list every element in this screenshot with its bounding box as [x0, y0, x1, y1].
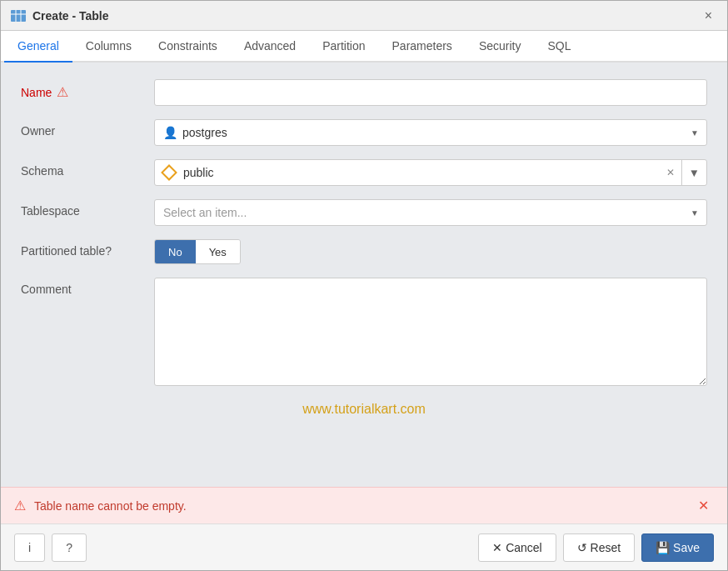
tablespace-control-wrap: Select an item... ▼ — [154, 199, 707, 226]
owner-select-wrap: 👤 postgres ▼ — [154, 119, 707, 146]
tab-general[interactable]: General — [4, 31, 72, 63]
partitioned-row: Partitioned table? No Yes — [21, 239, 707, 264]
owner-control-wrap: 👤 postgres ▼ — [154, 119, 707, 146]
title-bar: Create - Table × — [1, 1, 727, 31]
tab-sql[interactable]: SQL — [534, 31, 584, 63]
save-button[interactable]: 💾 Save — [641, 533, 714, 562]
error-bar-left: ⚠ Table name cannot be empty. — [14, 498, 187, 513]
tablespace-select-wrap: Select an item... ▼ — [154, 199, 707, 226]
error-message: Table name cannot be empty. — [34, 499, 187, 513]
partitioned-label: Partitioned table? — [21, 239, 154, 258]
title-bar-left: Create - Table — [11, 9, 109, 23]
form-content: Name ⚠ Owner 👤 postgres ▼ Sch — [1, 63, 727, 487]
name-required-icon: ⚠ — [57, 84, 68, 100]
schema-clear-button[interactable]: ✕ — [660, 167, 681, 178]
error-triangle-icon: ⚠ — [14, 498, 26, 513]
svg-rect-0 — [11, 10, 26, 22]
close-button[interactable]: × — [700, 8, 717, 24]
name-row: Name ⚠ — [21, 79, 707, 106]
error-close-button[interactable]: ✕ — [693, 496, 714, 515]
schema-value: public — [155, 166, 660, 179]
watermark: www.tutorialkart.com — [21, 402, 707, 417]
reset-button[interactable]: ↺ Reset — [563, 533, 635, 562]
name-input-wrap — [154, 79, 707, 106]
owner-select[interactable]: 👤 postgres — [154, 119, 707, 146]
error-bar: ⚠ Table name cannot be empty. ✕ — [1, 487, 727, 523]
owner-user-icon: 👤 — [163, 126, 177, 139]
schema-select[interactable]: public ✕ ▼ — [154, 159, 707, 186]
partitioned-toggle-wrap: No Yes — [154, 239, 707, 264]
tab-columns[interactable]: Columns — [72, 31, 145, 63]
create-table-dialog: Create - Table × General Columns Constra… — [0, 0, 728, 571]
partitioned-toggle[interactable]: No Yes — [154, 239, 241, 264]
schema-diamond-icon — [161, 164, 177, 181]
tab-parameters[interactable]: Parameters — [379, 31, 466, 63]
comment-control-wrap — [154, 278, 707, 388]
info-button[interactable]: i — [14, 533, 45, 562]
schema-dropdown-button[interactable]: ▼ — [681, 160, 706, 185]
schema-control-wrap: public ✕ ▼ — [154, 159, 707, 186]
comment-textarea[interactable] — [154, 278, 707, 386]
tab-constraints[interactable]: Constraints — [145, 31, 231, 63]
toggle-yes[interactable]: Yes — [196, 240, 240, 263]
tab-advanced[interactable]: Advanced — [231, 31, 309, 63]
footer: i ? ✕ Cancel ↺ Reset 💾 Save — [1, 523, 727, 570]
name-input[interactable] — [154, 79, 707, 106]
help-button[interactable]: ? — [52, 533, 87, 562]
footer-left: i ? — [14, 533, 87, 562]
footer-right: ✕ Cancel ↺ Reset 💾 Save — [478, 533, 714, 562]
schema-label: Schema — [21, 159, 154, 178]
tablespace-row: Tablespace Select an item... ▼ — [21, 199, 707, 226]
tablespace-select[interactable]: Select an item... — [154, 199, 707, 226]
cancel-button[interactable]: ✕ Cancel — [478, 533, 556, 562]
comment-row: Comment — [21, 278, 707, 388]
owner-row: Owner 👤 postgres ▼ — [21, 119, 707, 146]
toggle-no[interactable]: No — [155, 240, 196, 263]
dialog-title: Create - Table — [32, 9, 109, 23]
name-label: Name ⚠ — [21, 79, 154, 100]
comment-label: Comment — [21, 278, 154, 296]
schema-row: Schema public ✕ ▼ — [21, 159, 707, 186]
table-icon — [11, 10, 26, 22]
owner-label: Owner — [21, 119, 154, 138]
tablespace-label: Tablespace — [21, 199, 154, 218]
tab-security[interactable]: Security — [466, 31, 535, 63]
tabs-bar: General Columns Constraints Advanced Par… — [1, 31, 727, 63]
tab-partition[interactable]: Partition — [309, 31, 378, 63]
